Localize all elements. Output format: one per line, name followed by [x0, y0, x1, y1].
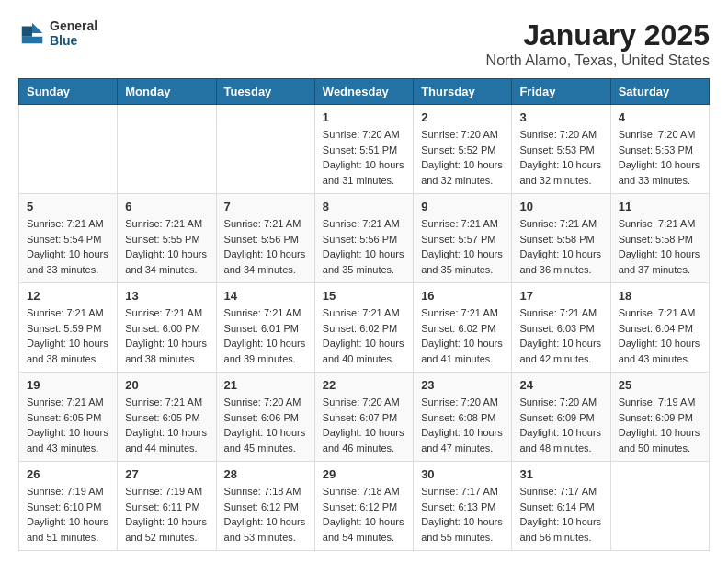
cell-week2-day1: 6Sunrise: 7:21 AMSunset: 5:55 PMDaylight…	[118, 194, 216, 283]
svg-rect-2	[22, 27, 32, 37]
cell-week5-day3: 29Sunrise: 7:18 AMSunset: 6:12 PMDayligh…	[314, 462, 413, 551]
day-info: Sunrise: 7:21 AMSunset: 6:01 PMDaylight:…	[224, 305, 307, 366]
day-number: 29	[323, 467, 405, 481]
day-info: Sunrise: 7:18 AMSunset: 6:12 PMDaylight:…	[224, 484, 307, 545]
day-number: 13	[125, 289, 208, 303]
svg-rect-3	[22, 37, 43, 44]
day-number: 9	[421, 200, 504, 213]
day-number: 23	[421, 378, 504, 392]
logo: General Blue	[18, 18, 97, 48]
day-number: 26	[27, 467, 109, 481]
cell-week3-day6: 18Sunrise: 7:21 AMSunset: 6:04 PMDayligh…	[610, 283, 709, 373]
day-number: 15	[323, 289, 405, 303]
cell-week2-day5: 10Sunrise: 7:21 AMSunset: 5:58 PMDayligh…	[512, 194, 610, 283]
day-number: 4	[619, 110, 701, 124]
day-number: 5	[27, 200, 109, 213]
day-info: Sunrise: 7:21 AMSunset: 5:57 PMDaylight:…	[421, 216, 504, 277]
day-info: Sunrise: 7:21 AMSunset: 6:05 PMDaylight:…	[27, 395, 109, 455]
day-info: Sunrise: 7:18 AMSunset: 6:12 PMDaylight:…	[323, 484, 405, 545]
page-container: General Blue January 2025 North Alamo, T…	[18, 18, 710, 551]
col-thursday: Thursday	[414, 79, 512, 105]
cell-week4-day5: 24Sunrise: 7:20 AMSunset: 6:09 PMDayligh…	[512, 373, 610, 462]
day-info: Sunrise: 7:20 AMSunset: 5:52 PMDaylight:…	[421, 127, 504, 188]
cell-week1-day6: 4Sunrise: 7:20 AMSunset: 5:53 PMDaylight…	[610, 105, 709, 194]
day-info: Sunrise: 7:17 AMSunset: 6:13 PMDaylight:…	[421, 484, 504, 545]
cell-week5-day6	[610, 462, 709, 551]
col-monday: Monday	[118, 79, 216, 105]
calendar-header-row: Sunday Monday Tuesday Wednesday Thursday…	[19, 79, 710, 105]
day-number: 18	[619, 289, 701, 303]
day-number: 1	[323, 110, 405, 124]
day-number: 19	[27, 378, 109, 392]
day-number: 22	[323, 378, 405, 392]
cell-week5-day0: 26Sunrise: 7:19 AMSunset: 6:10 PMDayligh…	[19, 462, 118, 551]
day-info: Sunrise: 7:20 AMSunset: 5:53 PMDaylight:…	[619, 127, 701, 188]
day-info: Sunrise: 7:21 AMSunset: 5:54 PMDaylight:…	[27, 216, 109, 277]
day-number: 6	[125, 200, 208, 213]
cell-week5-day1: 27Sunrise: 7:19 AMSunset: 6:11 PMDayligh…	[118, 462, 216, 551]
day-info: Sunrise: 7:20 AMSunset: 5:51 PMDaylight:…	[323, 127, 405, 188]
day-number: 11	[619, 200, 701, 213]
day-number: 30	[421, 467, 504, 481]
cell-week2-day3: 8Sunrise: 7:21 AMSunset: 5:56 PMDaylight…	[314, 194, 413, 283]
week-row-5: 26Sunrise: 7:19 AMSunset: 6:10 PMDayligh…	[19, 462, 710, 551]
cell-week3-day3: 15Sunrise: 7:21 AMSunset: 6:02 PMDayligh…	[314, 283, 413, 373]
day-info: Sunrise: 7:21 AMSunset: 5:58 PMDaylight:…	[619, 216, 701, 277]
logo-icon	[18, 19, 46, 47]
cell-week2-day2: 7Sunrise: 7:21 AMSunset: 5:56 PMDaylight…	[216, 194, 314, 283]
cell-week3-day5: 17Sunrise: 7:21 AMSunset: 6:03 PMDayligh…	[512, 283, 610, 373]
cell-week4-day4: 23Sunrise: 7:20 AMSunset: 6:08 PMDayligh…	[414, 373, 512, 462]
cell-week3-day1: 13Sunrise: 7:21 AMSunset: 6:00 PMDayligh…	[118, 283, 216, 373]
week-row-3: 12Sunrise: 7:21 AMSunset: 5:59 PMDayligh…	[19, 283, 710, 373]
cell-week4-day0: 19Sunrise: 7:21 AMSunset: 6:05 PMDayligh…	[19, 373, 118, 462]
day-number: 3	[519, 110, 602, 124]
day-info: Sunrise: 7:21 AMSunset: 6:02 PMDaylight:…	[421, 305, 504, 366]
day-info: Sunrise: 7:19 AMSunset: 6:11 PMDaylight:…	[125, 484, 208, 545]
day-number: 31	[519, 467, 602, 481]
day-number: 16	[421, 289, 504, 303]
day-number: 12	[27, 289, 109, 303]
cell-week1-day3: 1Sunrise: 7:20 AMSunset: 5:51 PMDaylight…	[314, 105, 413, 194]
day-number: 8	[323, 200, 405, 213]
cell-week4-day2: 21Sunrise: 7:20 AMSunset: 6:06 PMDayligh…	[216, 373, 314, 462]
col-tuesday: Tuesday	[216, 79, 314, 105]
cell-week1-day0	[19, 105, 118, 194]
title-area: January 2025 North Alamo, Texas, United …	[486, 18, 710, 69]
cell-week1-day2	[216, 105, 314, 194]
day-info: Sunrise: 7:21 AMSunset: 6:02 PMDaylight:…	[323, 305, 405, 366]
calendar-subtitle: North Alamo, Texas, United States	[486, 52, 710, 69]
week-row-2: 5Sunrise: 7:21 AMSunset: 5:54 PMDaylight…	[19, 194, 710, 283]
day-info: Sunrise: 7:20 AMSunset: 6:07 PMDaylight:…	[323, 395, 405, 455]
day-info: Sunrise: 7:21 AMSunset: 5:55 PMDaylight:…	[125, 216, 208, 277]
cell-week4-day3: 22Sunrise: 7:20 AMSunset: 6:07 PMDayligh…	[314, 373, 413, 462]
day-info: Sunrise: 7:17 AMSunset: 6:14 PMDaylight:…	[519, 484, 602, 545]
cell-week3-day4: 16Sunrise: 7:21 AMSunset: 6:02 PMDayligh…	[414, 283, 512, 373]
logo-blue-text: Blue	[50, 33, 97, 48]
cell-week3-day0: 12Sunrise: 7:21 AMSunset: 5:59 PMDayligh…	[19, 283, 118, 373]
day-number: 14	[224, 289, 307, 303]
day-info: Sunrise: 7:20 AMSunset: 6:09 PMDaylight:…	[519, 395, 602, 455]
day-number: 21	[224, 378, 307, 392]
day-number: 10	[519, 200, 602, 213]
day-number: 20	[125, 378, 208, 392]
day-info: Sunrise: 7:21 AMSunset: 6:03 PMDaylight:…	[519, 305, 602, 366]
logo-general-text: General	[50, 18, 97, 33]
cell-week4-day6: 25Sunrise: 7:19 AMSunset: 6:09 PMDayligh…	[610, 373, 709, 462]
cell-week1-day5: 3Sunrise: 7:20 AMSunset: 5:53 PMDaylight…	[512, 105, 610, 194]
logo-text: General Blue	[50, 18, 97, 48]
calendar-title: January 2025	[486, 18, 710, 52]
cell-week1-day4: 2Sunrise: 7:20 AMSunset: 5:52 PMDaylight…	[414, 105, 512, 194]
day-info: Sunrise: 7:21 AMSunset: 6:05 PMDaylight:…	[125, 395, 208, 455]
cell-week5-day2: 28Sunrise: 7:18 AMSunset: 6:12 PMDayligh…	[216, 462, 314, 551]
day-info: Sunrise: 7:21 AMSunset: 6:00 PMDaylight:…	[125, 305, 208, 366]
calendar-table: Sunday Monday Tuesday Wednesday Thursday…	[18, 78, 710, 551]
cell-week5-day5: 31Sunrise: 7:17 AMSunset: 6:14 PMDayligh…	[512, 462, 610, 551]
day-number: 7	[224, 200, 307, 213]
week-row-4: 19Sunrise: 7:21 AMSunset: 6:05 PMDayligh…	[19, 373, 710, 462]
day-number: 2	[421, 110, 504, 124]
col-friday: Friday	[512, 79, 610, 105]
cell-week3-day2: 14Sunrise: 7:21 AMSunset: 6:01 PMDayligh…	[216, 283, 314, 373]
week-row-1: 1Sunrise: 7:20 AMSunset: 5:51 PMDaylight…	[19, 105, 710, 194]
day-number: 28	[224, 467, 307, 481]
day-info: Sunrise: 7:20 AMSunset: 6:08 PMDaylight:…	[421, 395, 504, 455]
